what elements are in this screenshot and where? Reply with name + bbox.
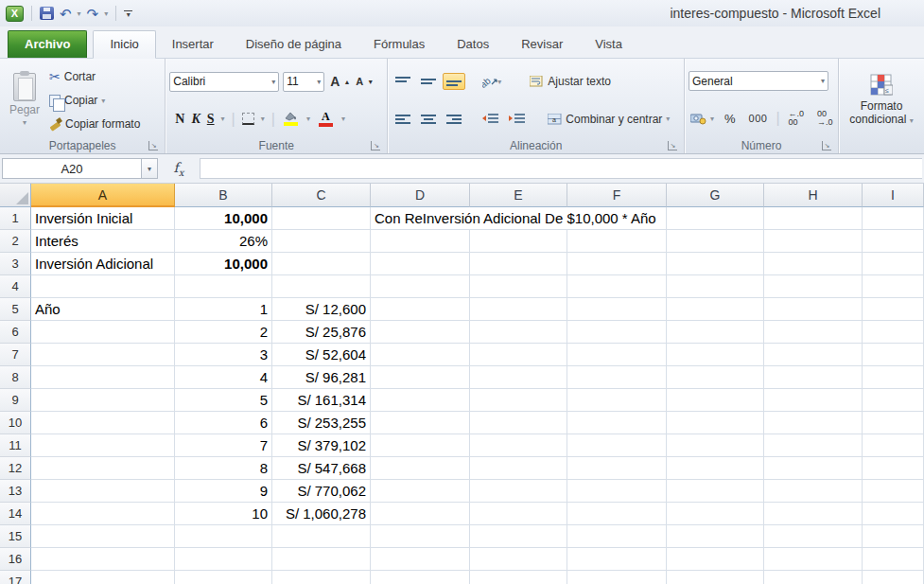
cell-H1[interactable] xyxy=(764,207,863,230)
cell-C13[interactable]: S/ 770,062 xyxy=(272,480,371,503)
cell-I5[interactable] xyxy=(863,298,924,321)
font-color-dropdown-icon[interactable]: ▾ xyxy=(341,115,345,123)
cell-G7[interactable] xyxy=(667,344,764,366)
cell-A7[interactable] xyxy=(31,344,175,366)
cell-D13[interactable] xyxy=(371,480,470,503)
cell-C1[interactable] xyxy=(272,207,371,230)
cell-D6[interactable] xyxy=(371,321,470,344)
font-color-button[interactable]: A xyxy=(317,110,335,128)
cell-I1[interactable] xyxy=(863,207,924,230)
cell-G13[interactable] xyxy=(667,480,764,503)
cell-D7[interactable] xyxy=(371,344,470,366)
cell-C12[interactable]: S/ 547,668 xyxy=(272,457,371,480)
cell-C5[interactable]: S/ 12,600 xyxy=(272,298,371,321)
cell-G8[interactable] xyxy=(667,366,764,389)
cell-F15[interactable] xyxy=(567,525,667,548)
cell-F8[interactable] xyxy=(567,366,667,389)
row-header-17[interactable]: 17 xyxy=(0,571,31,584)
column-header-G[interactable]: G xyxy=(667,184,764,207)
cell-B3[interactable]: 10,000 xyxy=(175,253,272,275)
cell-G3[interactable] xyxy=(667,253,764,275)
cell-F10[interactable] xyxy=(567,412,667,434)
column-header-F[interactable]: F xyxy=(567,184,667,207)
cell-A12[interactable] xyxy=(31,457,175,480)
undo-dropdown-icon[interactable]: ▾ xyxy=(78,9,81,18)
shrink-font-button[interactable]: A▼ xyxy=(354,76,375,87)
dialog-launcher-icon[interactable]: ↘ xyxy=(822,141,831,150)
cell-E17[interactable] xyxy=(470,571,567,584)
cell-A15[interactable] xyxy=(31,525,175,548)
cell-D10[interactable] xyxy=(371,412,470,434)
cell-B2[interactable]: 26% xyxy=(175,230,272,253)
column-header-I[interactable]: I xyxy=(863,184,924,207)
cell-B12[interactable]: 8 xyxy=(175,457,272,480)
font-size-select[interactable]: 11 ▾ xyxy=(283,72,324,92)
tab-formulas[interactable]: Fórmulas xyxy=(357,31,441,58)
cell-F6[interactable] xyxy=(567,321,667,344)
cell-H17[interactable] xyxy=(764,571,863,584)
cell-B8[interactable]: 4 xyxy=(175,366,272,389)
tab-vista[interactable]: Vista xyxy=(579,31,638,58)
cell-I14[interactable] xyxy=(863,503,924,525)
tab-datos[interactable]: Datos xyxy=(441,31,505,58)
align-left-button[interactable] xyxy=(392,111,414,128)
row-header-1[interactable]: 1 xyxy=(0,207,31,230)
cell-I6[interactable] xyxy=(863,321,924,344)
underline-dropdown-icon[interactable]: ▾ xyxy=(221,115,225,123)
customize-qat-icon[interactable]: ▾ xyxy=(124,10,132,17)
cell-C3[interactable] xyxy=(272,253,371,275)
number-format-select[interactable]: General ▾ xyxy=(689,71,828,91)
cell-I4[interactable] xyxy=(863,275,924,298)
column-header-A[interactable]: A xyxy=(31,184,175,207)
cell-H5[interactable] xyxy=(764,298,863,321)
cell-I17[interactable] xyxy=(863,571,924,584)
cell-C8[interactable]: S/ 96,281 xyxy=(272,366,371,389)
cell-H6[interactable] xyxy=(764,321,863,344)
excel-app-icon[interactable]: X xyxy=(6,6,24,22)
cell-D4[interactable] xyxy=(371,275,470,298)
cell-B16[interactable] xyxy=(175,548,272,571)
cell-E12[interactable] xyxy=(470,457,567,480)
row-header-9[interactable]: 9 xyxy=(0,389,31,412)
dialog-launcher-icon[interactable]: ↘ xyxy=(668,141,677,150)
cell-I13[interactable] xyxy=(863,480,924,503)
cell-H10[interactable] xyxy=(764,412,863,434)
cell-D16[interactable] xyxy=(371,548,470,571)
tab-archivo[interactable]: Archivo xyxy=(8,30,87,58)
cell-A4[interactable] xyxy=(31,275,175,298)
copy-button[interactable]: Copiar ▾ xyxy=(45,92,144,109)
cell-E5[interactable] xyxy=(470,298,567,321)
cell-H4[interactable] xyxy=(764,275,863,298)
tab-insertar[interactable]: Insertar xyxy=(156,31,230,58)
row-header-3[interactable]: 3 xyxy=(0,253,31,275)
percent-style-button[interactable]: % xyxy=(720,110,741,128)
cell-H2[interactable] xyxy=(764,230,863,253)
cell-B10[interactable]: 6 xyxy=(175,412,272,434)
align-middle-button[interactable] xyxy=(417,73,440,90)
cell-C2[interactable] xyxy=(272,230,371,253)
tab-inicio[interactable]: Inicio xyxy=(93,30,155,59)
cell-C6[interactable]: S/ 25,876 xyxy=(272,321,371,344)
cell-H12[interactable] xyxy=(764,457,863,480)
undo-icon[interactable]: ↶ xyxy=(60,7,72,21)
cell-C11[interactable]: S/ 379,102 xyxy=(272,434,371,457)
cell-D2[interactable] xyxy=(371,230,470,253)
redo-dropdown-icon[interactable]: ▾ xyxy=(104,9,108,18)
cell-C7[interactable]: S/ 52,604 xyxy=(272,344,371,366)
borders-icon[interactable] xyxy=(242,113,254,125)
row-header-12[interactable]: 12 xyxy=(0,457,31,480)
cell-F2[interactable] xyxy=(567,230,667,253)
cell-A10[interactable] xyxy=(31,412,175,434)
align-center-button[interactable] xyxy=(417,111,440,128)
name-box-dropdown-icon[interactable]: ▾ xyxy=(142,158,158,179)
cell-G2[interactable] xyxy=(667,230,764,253)
cell-B6[interactable]: 2 xyxy=(175,321,272,344)
row-header-10[interactable]: 10 xyxy=(0,412,31,434)
row-header-13[interactable]: 13 xyxy=(0,480,31,503)
cell-B4[interactable] xyxy=(175,275,272,298)
cell-C10[interactable]: S/ 253,255 xyxy=(272,412,371,434)
cell-G6[interactable] xyxy=(667,321,764,344)
comma-style-button[interactable]: 000 xyxy=(744,111,773,126)
cell-B7[interactable]: 3 xyxy=(175,344,272,366)
cell-I9[interactable] xyxy=(863,389,924,412)
